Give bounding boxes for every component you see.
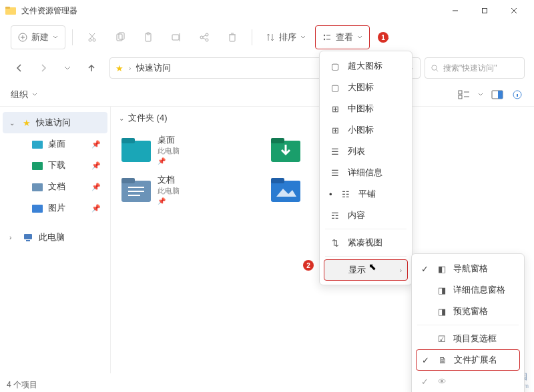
tiles-icon: ☷ xyxy=(340,189,352,199)
sidebar-thispc[interactable]: › 此电脑 xyxy=(3,227,107,248)
pane-icon: ◨ xyxy=(436,285,448,295)
new-button[interactable]: 新建 xyxy=(11,25,65,49)
up-button[interactable] xyxy=(81,58,101,78)
app-icon xyxy=(5,5,16,16)
menu-item-list[interactable]: ☰列表 xyxy=(324,141,408,162)
search-input[interactable]: 搜索"快速访问" xyxy=(425,57,525,79)
paste-icon xyxy=(143,32,154,43)
subbar: 组织 xyxy=(0,83,534,107)
sidebar-item-pictures[interactable]: 图片 📌 xyxy=(12,197,107,219)
folder-item-desktop[interactable]: 桌面 此电脑 📌 xyxy=(119,131,266,168)
separator xyxy=(417,325,519,325)
forward-button[interactable] xyxy=(33,58,53,78)
sidebar-item-documents[interactable]: 文档 📌 xyxy=(12,176,107,197)
menu-item-checkboxes[interactable]: ☑项目复选框 xyxy=(416,328,520,349)
menu-item-medium[interactable]: ⊞中图标 xyxy=(324,98,408,119)
arrow-up-icon xyxy=(87,63,96,73)
menu-item-detailspane[interactable]: ◨详细信息窗格 xyxy=(416,279,520,301)
arrow-left-icon xyxy=(15,63,24,73)
folder-icon xyxy=(271,177,300,202)
svg-rect-48 xyxy=(24,234,32,239)
menu-item-extralarge[interactable]: ▢超大图标 xyxy=(324,55,408,77)
menu-item-small[interactable]: ⊞小图标 xyxy=(324,119,408,141)
new-label: 新建 xyxy=(31,31,49,43)
breadcrumb[interactable]: 快速访问 xyxy=(136,62,171,74)
star-icon: ★ xyxy=(23,118,31,128)
folder-icon xyxy=(121,177,151,202)
menu-item-tiles[interactable]: •☷平铺 xyxy=(324,183,408,205)
recent-button[interactable] xyxy=(57,58,77,78)
pane-icon: ◨ xyxy=(436,307,448,317)
paste-button[interactable] xyxy=(136,25,161,49)
minimize-button[interactable] xyxy=(441,1,470,21)
close-button[interactable] xyxy=(499,1,529,21)
svg-rect-55 xyxy=(121,178,135,183)
star-icon: ★ xyxy=(115,63,123,73)
delete-button[interactable] xyxy=(220,25,245,49)
chevron-down-icon xyxy=(300,35,306,40)
chevron-down-icon xyxy=(64,65,71,71)
folder-item-documents[interactable]: 文档 此电脑 📌 xyxy=(119,171,266,208)
copy-button[interactable] xyxy=(107,25,133,49)
back-button[interactable] xyxy=(9,58,29,78)
grid-icon: ⊞ xyxy=(329,104,341,114)
svg-rect-60 xyxy=(271,178,284,183)
share-button[interactable] xyxy=(192,25,217,49)
svg-rect-1 xyxy=(5,7,10,9)
search-icon xyxy=(431,64,439,73)
rename-button[interactable] xyxy=(164,25,189,49)
menu-item-show[interactable]: 显示 › xyxy=(324,259,408,281)
pc-icon xyxy=(23,233,33,242)
svg-rect-46 xyxy=(32,183,43,191)
arrow-right-icon xyxy=(39,63,48,73)
nav-row: ★ › 快速访问 搜索"快速访问" xyxy=(0,53,534,83)
grid-icon: ▢ xyxy=(329,83,341,93)
svg-point-19 xyxy=(200,36,203,39)
svg-point-20 xyxy=(206,33,208,36)
svg-rect-50 xyxy=(121,141,151,162)
cut-icon xyxy=(87,32,97,43)
info-icon[interactable] xyxy=(511,90,523,99)
grid-icon: ▢ xyxy=(329,61,341,71)
separator xyxy=(325,229,407,229)
pin-icon: 📌 xyxy=(158,157,180,165)
svg-rect-3 xyxy=(483,9,487,13)
separator xyxy=(252,29,252,45)
cut-button[interactable] xyxy=(79,25,105,49)
svg-point-33 xyxy=(432,65,437,69)
menu-item-extensions[interactable]: ✓🗎文件扩展名 xyxy=(416,349,520,371)
folder-icon xyxy=(121,137,151,162)
details-view-icon[interactable] xyxy=(458,90,470,99)
rename-icon xyxy=(171,32,182,43)
check-icon: ✓ xyxy=(422,355,431,365)
sidebar-quick-access[interactable]: ⌄ ★ 快速访问 xyxy=(3,112,107,133)
menu-item-large[interactable]: ▢大图标 xyxy=(324,77,408,98)
show-submenu: ✓◧导航窗格 ◨详细信息窗格 ◨预览窗格 ☑项目复选框 ✓🗎文件扩展名 ✓👁 xyxy=(411,253,525,392)
sidebar-item-downloads[interactable]: 下载 📌 xyxy=(12,155,107,176)
menu-item-details[interactable]: ☰详细信息 xyxy=(324,162,408,183)
titlebar: 文件资源管理器 xyxy=(0,0,534,21)
menu-item-hidden[interactable]: ✓👁 xyxy=(416,371,520,392)
view-button[interactable]: 查看 xyxy=(315,25,370,49)
chevron-down-icon: ⌄ xyxy=(119,115,124,122)
chevron-down-icon xyxy=(357,35,362,40)
organize-label[interactable]: 组织 xyxy=(11,89,28,101)
menu-item-compact[interactable]: ⇅紧凑视图 xyxy=(324,232,408,253)
bullet-icon: • xyxy=(329,189,333,199)
chevron-right-icon: › xyxy=(9,234,17,241)
menu-item-previewpane[interactable]: ◨预览窗格 xyxy=(416,301,520,322)
sort-button[interactable]: 排序 xyxy=(259,25,312,49)
view-label: 查看 xyxy=(336,31,353,43)
maximize-button[interactable] xyxy=(470,1,499,21)
search-placeholder: 搜索"快速访问" xyxy=(443,63,497,74)
chevron-right-icon: › xyxy=(400,267,402,274)
menu-item-navpane[interactable]: ✓◧导航窗格 xyxy=(416,258,520,279)
menu-item-content[interactable]: ☶内容 xyxy=(324,205,408,226)
preview-pane-icon[interactable] xyxy=(491,90,503,99)
sort-label: 排序 xyxy=(279,31,296,43)
sidebar-item-desktop[interactable]: 桌面 📌 xyxy=(12,133,107,155)
separator xyxy=(325,256,407,257)
cursor-icon: ⬉ xyxy=(368,261,376,272)
sidebar-label: 快速访问 xyxy=(36,117,101,129)
svg-line-12 xyxy=(89,33,94,39)
